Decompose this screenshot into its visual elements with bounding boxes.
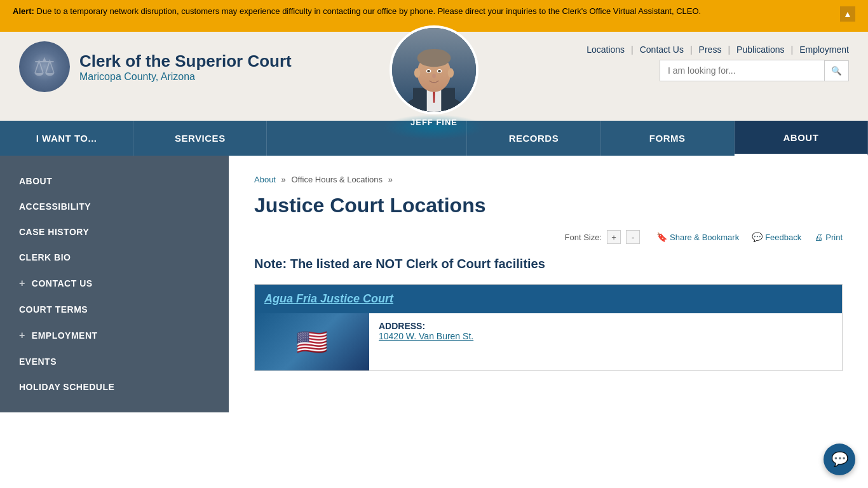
header-right: Locations | Contact Us | Press | Publica… — [587, 41, 849, 81]
sep2: | — [690, 44, 693, 55]
alert-title: Alert: — [13, 6, 34, 16]
header-nav-top: Locations | Contact Us | Press | Publica… — [587, 41, 849, 55]
sep3: | — [728, 44, 730, 55]
breadcrumb-sep2: » — [388, 175, 393, 184]
nav-publications[interactable]: Publications — [736, 44, 785, 55]
court-card-image: 🇺🇸 — [255, 313, 369, 370]
logo-text: Clerk of the Superior Court Maricopa Cou… — [79, 51, 292, 83]
court-card-agua-fria: Agua Fria Justice Court 🇺🇸 ADDRESS: 1042… — [254, 284, 843, 371]
address-label: ADDRESS: — [379, 321, 473, 331]
sidebar-item-accessibility[interactable]: ACCESSIBILITY — [0, 194, 229, 219]
font-size-label: Font Size: — [565, 233, 602, 242]
sidebar-item-employment[interactable]: + EMPLOYMENT — [0, 322, 229, 349]
site-title: Clerk of the Superior Court — [79, 51, 292, 71]
sidebar-item-clerk-bio[interactable]: CLERK BIO — [0, 245, 229, 270]
share-bookmark-link[interactable]: 🔖 Share & Bookmark — [656, 232, 739, 242]
site-subtitle: Maricopa County, Arizona — [79, 71, 292, 83]
svg-point-11 — [432, 74, 436, 79]
logo-area: Clerk of the Superior Court Maricopa Cou… — [19, 41, 292, 92]
alert-collapse-button[interactable]: ▲ — [840, 6, 855, 22]
svg-point-10 — [438, 70, 441, 72]
sidebar-item-court-terms[interactable]: COURT TERMS — [0, 297, 229, 322]
sidebar: ABOUT ACCESSIBILITY CASE HISTORY CLERK B… — [0, 156, 229, 412]
page-body: ABOUT ACCESSIBILITY CASE HISTORY CLERK B… — [0, 156, 868, 412]
font-increase-button[interactable]: + — [607, 230, 621, 244]
nav-records[interactable]: RECORDS — [467, 121, 600, 156]
plus-icon-contact: + — [19, 278, 25, 289]
breadcrumb-sep1: » — [281, 175, 288, 184]
svg-point-13 — [448, 68, 454, 78]
clerk-portrait-container: JEFF FINE — [390, 25, 478, 127]
plus-icon-employment: + — [19, 330, 25, 341]
sep4: | — [791, 44, 794, 55]
svg-point-9 — [427, 70, 430, 72]
nav-about[interactable]: ABOUT — [735, 121, 868, 156]
county-seal — [19, 41, 70, 92]
nav-services[interactable]: SERVICES — [133, 121, 267, 156]
flag-icon: 🇺🇸 — [296, 327, 328, 357]
nav-employment[interactable]: Employment — [799, 44, 849, 55]
court-card-header: Agua Fria Justice Court — [255, 285, 842, 313]
main-content: About » Office Hours & Locations » Justi… — [229, 156, 868, 412]
font-decrease-button[interactable]: - — [626, 230, 640, 244]
svg-point-6 — [417, 49, 451, 67]
alert-message: Due to a temporary network disruption, c… — [37, 6, 702, 16]
feedback-icon: 💬 — [752, 232, 763, 242]
clerk-portrait-image — [392, 25, 476, 114]
sidebar-item-events[interactable]: EVENTS — [0, 349, 229, 374]
sidebar-item-contact-us[interactable]: + CONTACT US — [0, 270, 229, 297]
sep1: | — [631, 44, 634, 55]
nav-forms[interactable]: FORMS — [601, 121, 735, 156]
alert-content: Alert: Due to a temporary network disrup… — [13, 6, 834, 16]
sidebar-item-holiday-schedule[interactable]: HOLIDAY SCHEDULE — [0, 374, 229, 400]
search-input[interactable] — [660, 60, 825, 81]
court-card-info: ADDRESS: 10420 W. Van Buren St. — [369, 313, 483, 370]
search-area: 🔍 — [660, 60, 849, 81]
print-icon: 🖨 — [814, 232, 823, 242]
nav-press[interactable]: Press — [699, 44, 722, 55]
site-header: Clerk of the Superior Court Maricopa Cou… — [0, 32, 868, 121]
clerk-name: JEFF FINE — [410, 118, 458, 127]
page-title: Justice Court Locations — [254, 194, 843, 217]
sidebar-item-about[interactable]: ABOUT — [0, 168, 229, 194]
nav-contact-us[interactable]: Contact Us — [640, 44, 684, 55]
breadcrumb-current: Office Hours & Locations — [291, 175, 383, 184]
nav-locations[interactable]: Locations — [587, 44, 625, 55]
share-icon: 🔖 — [656, 232, 667, 242]
search-button[interactable]: 🔍 — [825, 60, 849, 81]
note-section: Note: The listed are NOT Clerk of Court … — [254, 257, 843, 271]
clerk-portrait — [390, 25, 478, 114]
font-controls: Font Size: + - 🔖 Share & Bookmark 💬 Feed… — [254, 230, 843, 244]
address-text[interactable]: 10420 W. Van Buren St. — [379, 331, 473, 341]
breadcrumb: About » Office Hours & Locations » — [254, 175, 843, 184]
feedback-link[interactable]: 💬 Feedback — [752, 232, 801, 242]
nav-i-want-to[interactable]: I WANT TO... — [0, 121, 133, 156]
court-name-link[interactable]: Agua Fria Justice Court — [264, 292, 393, 305]
svg-point-12 — [414, 68, 420, 78]
sidebar-item-case-history[interactable]: CASE HISTORY — [0, 219, 229, 245]
court-card-body: 🇺🇸 ADDRESS: 10420 W. Van Buren St. — [255, 313, 842, 370]
breadcrumb-about[interactable]: About — [254, 175, 276, 184]
print-link[interactable]: 🖨 Print — [814, 232, 843, 242]
